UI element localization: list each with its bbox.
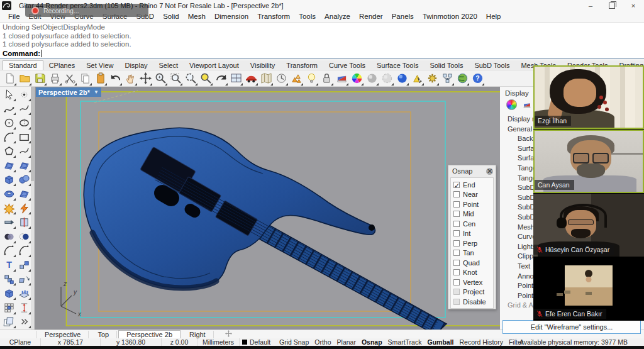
earth-icon[interactable] xyxy=(455,71,470,86)
arc-icon[interactable] xyxy=(1,130,16,145)
fillet-icon[interactable] xyxy=(1,244,16,258)
menu-item[interactable]: Solid xyxy=(158,12,184,21)
save-file-icon[interactable] xyxy=(32,71,47,86)
osnap-option[interactable]: Point xyxy=(453,199,492,209)
toolbar-tab[interactable]: Standard xyxy=(3,60,43,70)
toolbar-tab[interactable]: Viewport Layout xyxy=(184,61,245,70)
osnap-option[interactable]: Tan xyxy=(453,248,492,258)
units-cell[interactable]: Millimeters xyxy=(197,338,240,346)
edit-wireframe-settings-button[interactable]: Edit "Wireframe" settings... xyxy=(502,320,641,334)
cplane-cell[interactable]: CPlane xyxy=(0,338,41,346)
pan-view-icon[interactable] xyxy=(123,71,138,86)
checkbox[interactable] xyxy=(453,250,460,256)
explode-icon[interactable] xyxy=(1,201,16,216)
osnap-option[interactable]: Int xyxy=(453,229,492,239)
checkbox[interactable] xyxy=(453,182,460,188)
blend-curve-icon[interactable] xyxy=(16,244,31,258)
video-participant-tile[interactable]: Ezgi İlhan xyxy=(533,65,644,129)
status-toggle[interactable]: Gumball xyxy=(427,338,453,346)
control-point-curve-icon[interactable] xyxy=(1,102,16,116)
osnap-option[interactable]: Near xyxy=(453,190,492,200)
toolbar-tab[interactable]: SubD Tools xyxy=(469,61,515,70)
undo-view-icon[interactable] xyxy=(213,71,228,86)
new-file-icon[interactable] xyxy=(2,71,17,86)
osnap-option[interactable]: Project xyxy=(453,287,492,297)
cut-icon[interactable] xyxy=(62,71,77,86)
menu-item[interactable]: File xyxy=(4,12,25,21)
osnap-option[interactable]: Vertex xyxy=(453,277,492,287)
menu-item[interactable]: Help xyxy=(482,12,506,21)
video-participant-tile[interactable]: Hüseyin Can Özyaşar xyxy=(533,194,644,257)
open-file-icon[interactable] xyxy=(17,71,32,86)
spheres-icon[interactable] xyxy=(16,173,31,187)
checkbox[interactable] xyxy=(453,299,460,305)
surface-3pt-icon[interactable] xyxy=(1,158,16,173)
status-toggle[interactable]: Planar xyxy=(337,338,356,346)
video-participant-tile[interactable]: Efe Eren Can Bakır xyxy=(533,257,644,321)
viewport-tab[interactable]: Top xyxy=(90,331,117,338)
status-toggle[interactable]: Record History xyxy=(459,338,502,346)
viewport-layout-icon[interactable] xyxy=(228,71,243,86)
lightbulb-icon[interactable] xyxy=(304,71,319,86)
checkbox[interactable] xyxy=(453,260,460,266)
layout-sheets-icon[interactable] xyxy=(1,315,16,330)
menu-item[interactable]: Twinmotion 2020 xyxy=(418,12,482,21)
menu-item[interactable]: Transform xyxy=(253,12,294,21)
checkbox[interactable] xyxy=(453,230,460,236)
shaded-view-icon[interactable] xyxy=(364,71,379,86)
checkbox[interactable] xyxy=(453,269,460,275)
split-icon[interactable] xyxy=(16,215,31,230)
history-clock-icon[interactable] xyxy=(274,71,289,86)
rotate-view-icon[interactable] xyxy=(138,71,153,86)
osnap-option[interactable]: Disable xyxy=(453,297,492,307)
copy-objects-icon[interactable] xyxy=(1,272,16,287)
video-participant-tile[interactable]: Can Aysan xyxy=(533,130,644,193)
undo-icon[interactable] xyxy=(108,71,123,86)
toolbar-tab[interactable]: CPlanes xyxy=(43,61,81,70)
copy-icon[interactable] xyxy=(77,71,92,86)
rendered-view-icon[interactable] xyxy=(394,71,409,86)
color-wheel-icon[interactable] xyxy=(349,71,364,86)
ghosted-view-icon[interactable] xyxy=(379,71,394,86)
circle-axis-icon[interactable] xyxy=(16,116,31,130)
warning-triangles-icon[interactable] xyxy=(289,71,304,86)
toolbar-tab[interactable]: Select xyxy=(153,61,184,70)
array-icon[interactable] xyxy=(16,286,31,301)
toolbar-tab[interactable]: Transform xyxy=(280,61,323,70)
toolbar-tab[interactable]: Visibility xyxy=(245,61,281,70)
sweep-surface-icon[interactable] xyxy=(16,187,31,201)
close-button[interactable]: × xyxy=(623,0,644,11)
menu-item[interactable]: Mesh xyxy=(184,12,210,21)
checkbox[interactable] xyxy=(453,240,460,247)
osnap-option[interactable]: Cen xyxy=(453,219,492,229)
print-icon[interactable] xyxy=(47,71,62,86)
menu-item[interactable]: Analyze xyxy=(320,12,355,21)
command-input-line[interactable]: Command: xyxy=(0,49,644,59)
solid-tools-icon[interactable] xyxy=(1,286,16,301)
close-icon[interactable]: ✕ xyxy=(486,168,493,175)
viewport-tab-move-icon[interactable] xyxy=(225,330,232,338)
osnap-option[interactable]: Perp xyxy=(453,238,492,248)
checkbox[interactable] xyxy=(453,279,460,285)
options-gear-icon[interactable] xyxy=(425,71,440,86)
toolbar-tab[interactable]: Surface Tools xyxy=(371,61,424,70)
zoom-selected-icon[interactable] xyxy=(198,71,213,86)
boolean-difference-icon[interactable] xyxy=(16,230,31,244)
status-toggle[interactable]: SmartTrack xyxy=(388,338,422,346)
osnap-option[interactable]: Knot xyxy=(453,268,492,278)
box-icon[interactable] xyxy=(1,173,16,187)
checkbox[interactable] xyxy=(453,191,460,197)
toolbar-tab[interactable]: Display xyxy=(119,61,153,70)
viewport-tab[interactable]: Right xyxy=(182,331,214,338)
zoom-icon[interactable] xyxy=(153,71,168,86)
car-icon[interactable] xyxy=(243,71,258,86)
lock-icon[interactable] xyxy=(319,71,334,86)
pick-cone-icon[interactable] xyxy=(409,71,425,86)
status-toggle[interactable]: Ortho xyxy=(314,338,331,346)
toolbar-tab[interactable]: Curve Tools xyxy=(323,61,371,70)
dimension-icon[interactable] xyxy=(16,301,31,315)
toolbar-tab[interactable]: Set View xyxy=(80,61,119,70)
status-toggle[interactable]: Grid Snap xyxy=(279,338,309,346)
point-icon[interactable] xyxy=(16,87,31,102)
trim-icon[interactable] xyxy=(1,215,16,230)
